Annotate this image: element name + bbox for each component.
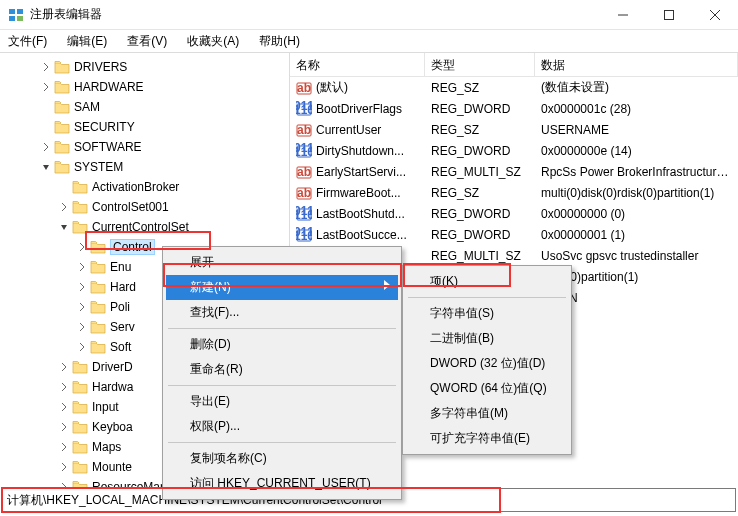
value-data: 0x00000001 (1) [535,226,738,244]
tree-item[interactable]: SECURITY [4,117,289,137]
tree-label: Serv [110,320,135,334]
tree-item[interactable]: DRIVERS [4,57,289,77]
menu-item[interactable]: 帮助(H) [255,31,304,52]
menu-item[interactable]: 多字符串值(M) [406,401,568,426]
value-row[interactable]: ab(默认)REG_SZ(数值未设置) [290,77,738,98]
chevron-right-icon[interactable] [76,260,88,274]
value-name: FirmwareBoot... [316,186,401,200]
value-row[interactable]: abEarlyStartServi...REG_MULTI_SZRpcSs Po… [290,161,738,182]
submenu-new[interactable]: 项(K)字符串值(S)二进制值(B)DWORD (32 位)值(D)QWORD … [402,265,572,455]
menu-item[interactable]: DWORD (32 位)值(D) [406,351,568,376]
menu-item[interactable]: 可扩充字符串值(E) [406,426,568,451]
folder-icon [72,200,88,214]
tree-label: DRIVERS [74,60,127,74]
menu-item[interactable]: QWORD (64 位)值(Q) [406,376,568,401]
close-button[interactable] [692,0,738,30]
col-data[interactable]: 数据 [535,53,738,76]
col-name[interactable]: 名称 [290,53,425,76]
menubar: 文件(F)编辑(E)查看(V)收藏夹(A)帮助(H) [0,30,738,52]
chevron-right-icon[interactable] [58,460,70,474]
menu-separator [168,328,396,329]
tree-item[interactable]: CurrentControlSet [4,217,289,237]
menu-item[interactable]: 删除(D) [166,332,398,357]
menu-item[interactable]: 编辑(E) [63,31,111,52]
tree-item[interactable]: SYSTEM [4,157,289,177]
menu-item[interactable]: 新建(N) [166,275,398,300]
folder-icon [72,180,88,194]
minimize-button[interactable] [600,0,646,30]
folder-icon [72,400,88,414]
chevron-right-icon[interactable] [58,360,70,374]
menu-item[interactable]: 权限(P)... [166,414,398,439]
chevron-down-icon[interactable] [40,160,52,174]
titlebar: 注册表编辑器 [0,0,738,30]
menu-item[interactable]: 重命名(R) [166,357,398,382]
window-title: 注册表编辑器 [30,6,600,23]
value-row[interactable]: 011110DirtyShutdown...REG_DWORD0x0000000… [290,140,738,161]
value-data: 0x0000001c (28) [535,100,738,118]
value-name: (默认) [316,79,348,96]
chevron-right-icon[interactable] [58,400,70,414]
value-type: REG_MULTI_SZ [425,163,535,181]
chevron-down-icon[interactable] [58,220,70,234]
chevron-right-icon[interactable] [58,200,70,214]
value-type: REG_SZ [425,184,535,202]
chevron-right-icon[interactable] [76,280,88,294]
menu-item[interactable]: 收藏夹(A) [183,31,243,52]
tree-label: SOFTWARE [74,140,142,154]
value-row[interactable]: 011110LastBootSucce...REG_DWORD0x0000000… [290,224,738,245]
value-row[interactable]: abCurrentUserREG_SZUSERNAME [290,119,738,140]
menu-item[interactable]: 访问 HKEY_CURRENT_USER(T) [166,471,398,496]
string-icon: ab [296,185,312,201]
menu-item[interactable]: 展开 [166,250,398,275]
value-type: REG_MULTI_SZ [425,247,535,265]
value-type: REG_DWORD [425,142,535,160]
menu-item[interactable]: 查看(V) [123,31,171,52]
svg-text:ab: ab [297,81,311,95]
value-name: BootDriverFlags [316,102,402,116]
binary-icon: 011110 [296,206,312,222]
svg-rect-1 [17,9,23,14]
folder-icon [90,320,106,334]
chevron-right-icon[interactable] [76,240,88,254]
tree-item[interactable]: ControlSet001 [4,197,289,217]
tree-item[interactable]: SAM [4,97,289,117]
menu-item[interactable]: 导出(E) [166,389,398,414]
chevron-right-icon[interactable] [40,140,52,154]
menu-item[interactable]: 字符串值(S) [406,301,568,326]
menu-item[interactable]: 查找(F)... [166,300,398,325]
value-row[interactable]: 011110BootDriverFlagsREG_DWORD0x0000001c… [290,98,738,119]
menu-item[interactable]: 二进制值(B) [406,326,568,351]
context-menu[interactable]: 展开新建(N)查找(F)...删除(D)重命名(R)导出(E)权限(P)...复… [162,246,402,500]
value-type: REG_DWORD [425,100,535,118]
tree-item[interactable]: ActivationBroker [4,177,289,197]
chevron-right-icon[interactable] [40,80,52,94]
value-name: LastBootShutd... [316,207,405,221]
menu-item[interactable]: 文件(F) [4,31,51,52]
column-headers[interactable]: 名称 类型 数据 [290,53,738,77]
string-icon: ab [296,164,312,180]
chevron-right-icon[interactable] [58,440,70,454]
chevron-right-icon[interactable] [76,300,88,314]
folder-icon [54,140,70,154]
value-name: EarlyStartServi... [316,165,406,179]
tree-item[interactable]: SOFTWARE [4,137,289,157]
chevron-right-icon[interactable] [58,420,70,434]
svg-text:ab: ab [297,123,311,137]
value-data: 0x00000000 (0) [535,205,738,223]
chevron-right-icon[interactable] [76,340,88,354]
chevron-right-icon[interactable] [40,60,52,74]
col-type[interactable]: 类型 [425,53,535,76]
tree-label: Keyboa [92,420,133,434]
app-icon [8,7,24,23]
tree-item[interactable]: HARDWARE [4,77,289,97]
chevron-right-icon[interactable] [58,380,70,394]
value-row[interactable]: 011110LastBootShutd...REG_DWORD0x0000000… [290,203,738,224]
tree-label: Maps [92,440,121,454]
chevron-right-icon[interactable] [76,320,88,334]
maximize-button[interactable] [646,0,692,30]
menu-item[interactable]: 复制项名称(C) [166,446,398,471]
value-row[interactable]: abFirmwareBoot...REG_SZmulti(0)disk(0)rd… [290,182,738,203]
menu-item[interactable]: 项(K) [406,269,568,294]
tree-label: SAM [74,100,100,114]
